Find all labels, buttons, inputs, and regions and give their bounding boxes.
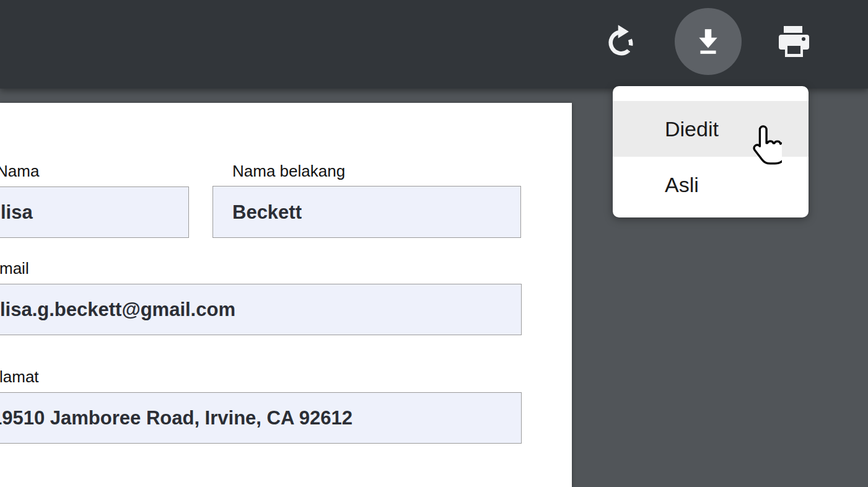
download-menu: Diedit Asli <box>613 86 809 217</box>
print-icon <box>776 26 812 57</box>
email-label: mail <box>0 259 29 278</box>
download-button[interactable] <box>675 8 742 75</box>
download-icon <box>694 27 722 56</box>
first-name-value: lisa <box>1 199 33 226</box>
email-value: lisa.g.beckett@gmail.com <box>0 296 235 323</box>
rotate-clockwise-icon <box>605 24 637 58</box>
menu-item-original[interactable]: Asli <box>613 157 809 213</box>
last-name-value: Beckett <box>232 199 302 226</box>
print-button[interactable] <box>775 25 812 58</box>
pdf-page: Nama lisa Nama belakang Beckett mail lis… <box>0 103 572 487</box>
menu-item-edited[interactable]: Diedit <box>613 101 809 157</box>
last-name-label: Nama belakang <box>232 162 345 180</box>
address-label: lamat <box>0 367 39 386</box>
pdf-toolbar <box>0 0 868 89</box>
address-value: 19510 Jamboree Road, Irvine, CA 92612 <box>0 405 353 432</box>
rotate-button[interactable] <box>603 24 638 58</box>
first-name-label: Nama <box>0 162 39 180</box>
